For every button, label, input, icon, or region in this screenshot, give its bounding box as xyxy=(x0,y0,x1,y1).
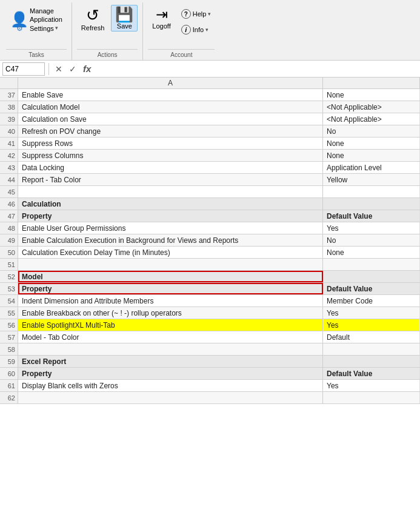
cell-col-a[interactable]: Calculation Model xyxy=(18,101,323,113)
table-row[interactable]: 38Calculation Model<Not Applicable> xyxy=(0,101,420,113)
logoff-button[interactable]: ⇥ Logoff xyxy=(148,5,175,31)
save-label: Save xyxy=(117,22,132,30)
cell-col-b[interactable]: Yes xyxy=(323,319,420,331)
cell-col-a[interactable]: Calculation xyxy=(18,198,323,210)
cell-col-b[interactable]: Default Value xyxy=(323,368,420,379)
function-button[interactable]: fx xyxy=(81,63,93,75)
confirm-button[interactable]: ✓ xyxy=(67,64,79,75)
table-row[interactable]: 60PropertyDefault Value xyxy=(0,368,420,380)
cell-col-a[interactable]: Suppress Columns xyxy=(18,150,323,161)
refresh-button[interactable]: ↺ Refresh xyxy=(77,5,109,33)
cell-col-a[interactable]: Model - Tab Color xyxy=(18,331,323,343)
cell-col-b[interactable]: None xyxy=(323,247,420,258)
table-row[interactable]: 52Model xyxy=(0,271,420,283)
gear-icon-small: ⚙ xyxy=(16,24,23,33)
cell-col-b[interactable]: Yes xyxy=(323,222,420,234)
table-row[interactable]: 62 xyxy=(0,392,420,404)
cell-col-b[interactable]: No xyxy=(323,234,420,246)
cell-col-b[interactable] xyxy=(323,356,420,367)
cell-col-b[interactable]: <Not Applicable> xyxy=(323,101,420,113)
table-row[interactable]: 44Report - Tab ColorYellow xyxy=(0,174,420,186)
cell-col-a[interactable] xyxy=(18,392,323,403)
cell-col-b[interactable]: Application Level xyxy=(323,162,420,173)
info-icon: i xyxy=(181,25,191,35)
cell-col-b[interactable]: Default xyxy=(323,331,420,343)
table-row[interactable]: 49Enable Calculation Execution in Backgr… xyxy=(0,234,420,247)
cell-col-b[interactable]: Yes xyxy=(323,307,420,319)
cell-col-a[interactable]: Refresh on POV change xyxy=(18,125,323,137)
table-row[interactable]: 41Suppress RowsNone xyxy=(0,138,420,150)
cell-col-b[interactable]: None xyxy=(323,138,420,149)
cell-col-a[interactable]: Enable Save xyxy=(18,89,323,101)
cell-col-b[interactable]: Yes xyxy=(323,380,420,391)
cell-col-b[interactable]: Member Code xyxy=(323,295,420,307)
cell-col-a[interactable]: Property xyxy=(18,368,323,379)
cell-col-b[interactable] xyxy=(323,271,420,282)
table-row[interactable]: 43Data LockingApplication Level xyxy=(0,162,420,174)
save-button[interactable]: 💾 Save xyxy=(111,5,138,31)
cell-col-a[interactable] xyxy=(18,343,323,355)
cell-col-a[interactable] xyxy=(18,186,323,197)
table-row[interactable]: 50Calculation Execution Delay Time (in M… xyxy=(0,247,420,259)
cell-col-a[interactable]: Enable SpotlightXL Multi-Tab xyxy=(18,319,323,331)
ribbon-group-tasks: 👤 ⚙ Manage Application Settings ▾ xyxy=(1,2,72,60)
cell-col-a[interactable]: Suppress Rows xyxy=(18,138,323,149)
table-row[interactable]: 37Enable SaveNone xyxy=(0,89,420,101)
cell-col-a[interactable]: Report - Tab Color xyxy=(18,174,323,185)
cell-col-b[interactable] xyxy=(323,186,420,197)
row-number: 51 xyxy=(0,259,18,270)
table-row[interactable]: 55Enable Breakback on other (~ ! -) roll… xyxy=(0,307,420,319)
cell-col-a[interactable]: Property xyxy=(18,210,323,222)
save-icon: 💾 xyxy=(115,7,133,22)
table-row[interactable]: 42Suppress ColumnsNone xyxy=(0,150,420,162)
cell-col-b[interactable] xyxy=(323,343,420,355)
cell-col-a[interactable]: Excel Report xyxy=(18,356,323,367)
table-row[interactable]: 56Enable SpotlightXL Multi-TabYes xyxy=(0,319,420,331)
cell-col-b[interactable]: <Not Applicable> xyxy=(323,113,420,125)
cell-col-b[interactable] xyxy=(323,259,420,270)
table-row[interactable]: 61Display Blank cells with ZerosYes xyxy=(0,380,420,392)
table-row[interactable]: 51 xyxy=(0,259,420,271)
table-row[interactable]: 47PropertyDefault Value xyxy=(0,210,420,222)
cell-col-a[interactable]: Model xyxy=(18,271,323,282)
table-row[interactable]: 57Model - Tab ColorDefault xyxy=(0,331,420,343)
cell-reference-input[interactable] xyxy=(2,62,45,76)
cell-col-a[interactable]: Indent Dimension and Attribute Members xyxy=(18,295,323,307)
table-row[interactable]: 54Indent Dimension and Attribute Members… xyxy=(0,295,420,307)
cell-col-b[interactable]: None xyxy=(323,89,420,101)
cell-col-a[interactable]: Enable Breakback on other (~ ! -) rollup… xyxy=(18,307,323,319)
table-row[interactable]: 58 xyxy=(0,343,420,356)
cell-col-a[interactable]: Enable User Group Permissions xyxy=(18,222,323,234)
cell-col-a[interactable]: Property xyxy=(18,283,323,294)
cell-col-b[interactable]: No xyxy=(323,125,420,137)
cell-col-b[interactable]: Default Value xyxy=(323,210,420,222)
cancel-button[interactable]: ✕ xyxy=(53,64,65,75)
table-row[interactable]: 59Excel Report xyxy=(0,356,420,368)
cell-col-b[interactable] xyxy=(323,392,420,403)
manage-label: Manage xyxy=(30,7,62,15)
table-row[interactable]: 53PropertyDefault Value xyxy=(0,283,420,295)
cell-col-b[interactable] xyxy=(323,198,420,210)
cell-col-a[interactable]: Data Locking xyxy=(18,162,323,173)
table-row[interactable]: 39Calculation on Save<Not Applicable> xyxy=(0,113,420,125)
cell-col-b[interactable]: None xyxy=(323,150,420,161)
table-row[interactable]: 45 xyxy=(0,186,420,198)
info-button[interactable]: i Info ▾ xyxy=(178,23,215,36)
help-button[interactable]: ? Help ▾ xyxy=(178,7,215,21)
help-label: Help xyxy=(193,10,207,18)
cell-col-b[interactable]: Default Value xyxy=(323,283,420,294)
cell-col-a[interactable]: Calculation Execution Delay Time (in Min… xyxy=(18,247,323,258)
formula-input[interactable] xyxy=(96,64,418,74)
table-row[interactable]: 40Refresh on POV changeNo xyxy=(0,125,420,138)
manage-button[interactable]: 👤 ⚙ Manage Application Settings ▾ xyxy=(6,5,67,35)
table-row[interactable]: 46Calculation xyxy=(0,198,420,210)
cell-col-a[interactable] xyxy=(18,259,323,270)
cell-col-a[interactable]: Display Blank cells with Zeros xyxy=(18,380,323,391)
row-number: 46 xyxy=(0,198,18,210)
logoff-label: Logoff xyxy=(152,22,170,30)
cell-col-a[interactable]: Enable Calculation Execution in Backgrou… xyxy=(18,234,323,246)
manage-chevron: ▾ xyxy=(55,25,58,32)
cell-col-b[interactable]: Yellow xyxy=(323,174,420,185)
table-row[interactable]: 48Enable User Group PermissionsYes xyxy=(0,222,420,234)
cell-col-a[interactable]: Calculation on Save xyxy=(18,113,323,125)
